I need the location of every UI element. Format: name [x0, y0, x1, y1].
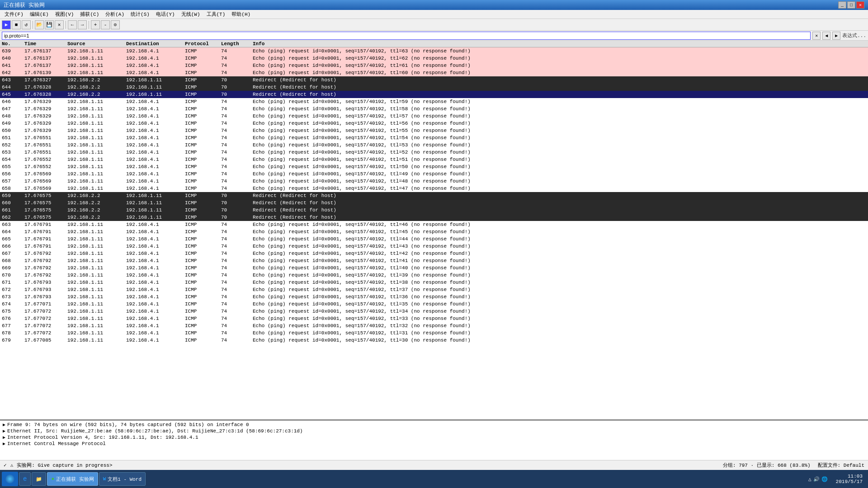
table-row[interactable]: 66317.676791192.168.1.11192.168.4.1ICMP7…: [0, 221, 868, 228]
table-row[interactable]: 65817.676569192.168.1.11192.168.4.1ICMP7…: [0, 185, 868, 192]
table-row[interactable]: 66517.676791192.168.1.11192.168.4.1ICMP7…: [0, 235, 868, 243]
open-button[interactable]: 📂: [35, 20, 44, 29]
status-bar: ✓ ⚠ 实验网: Give capture in progress> 分组: 7…: [0, 460, 868, 470]
table-row[interactable]: 65317.676551192.168.1.11192.168.4.1ICMP7…: [0, 149, 868, 156]
status-icon-warn: ⚠: [10, 462, 14, 468]
table-row[interactable]: 66717.676792192.168.1.11192.168.4.1ICMP7…: [0, 250, 868, 257]
zoom-fit-button[interactable]: ⊙: [111, 20, 120, 29]
menu-item[interactable]: 无线(W): [179, 10, 203, 18]
menu-item[interactable]: 捕获(C): [77, 10, 102, 18]
maximize-button[interactable]: □: [847, 1, 855, 9]
table-row[interactable]: 65217.676551192.168.1.11192.168.4.1ICMP7…: [0, 141, 868, 149]
table-row[interactable]: 66617.676791192.168.1.11192.168.4.1ICMP7…: [0, 243, 868, 250]
table-row[interactable]: 65917.676575192.168.2.2192.168.1.11ICMP7…: [0, 192, 868, 199]
start-button[interactable]: [2, 472, 18, 486]
col-header-source: Source: [67, 41, 126, 47]
expression-label[interactable]: 表达式...: [842, 32, 866, 39]
detail-text: Ethernet II, Src: RuijieNe_27:be:ae (58:…: [7, 428, 303, 434]
menu-item[interactable]: 分析(A): [103, 10, 127, 18]
filter-input[interactable]: [2, 32, 811, 40]
window-controls: _ □ ✕: [838, 1, 864, 9]
menu-item[interactable]: 帮助(H): [229, 10, 253, 18]
word-label: 文档1 - Word: [108, 476, 142, 483]
table-row[interactable]: 67417.677071192.168.1.11192.168.4.1ICMP7…: [0, 300, 868, 308]
folder-icon: 📁: [36, 476, 42, 482]
close-file-button[interactable]: ✕: [55, 20, 64, 29]
zoom-in-button[interactable]: +: [91, 20, 100, 29]
minimize-button[interactable]: _: [838, 1, 846, 9]
table-row[interactable]: 67317.676793192.168.1.11192.168.4.1ICMP7…: [0, 293, 868, 300]
table-row[interactable]: 67517.677072192.168.1.11192.168.4.1ICMP7…: [0, 308, 868, 315]
table-row[interactable]: 64017.676137192.168.1.11192.168.4.1ICMP7…: [0, 55, 868, 62]
table-row[interactable]: 65517.676552192.168.1.11192.168.4.1ICMP7…: [0, 163, 868, 170]
menu-item[interactable]: 电话(Y): [153, 10, 178, 18]
tray-icon-1: △: [808, 476, 811, 482]
table-row[interactable]: 66017.676575192.168.2.2192.168.1.11ICMP7…: [0, 199, 868, 206]
table-row[interactable]: 67617.677072192.168.1.11192.168.4.1ICMP7…: [0, 315, 868, 322]
detail-line[interactable]: ▶Internet Protocol Version 4, Src: 192.1…: [3, 434, 865, 441]
separator-2: [66, 21, 66, 29]
capture-start-button[interactable]: ▶: [2, 20, 11, 29]
table-row[interactable]: 67817.677072192.168.1.11192.168.4.1ICMP7…: [0, 329, 868, 337]
menu-item[interactable]: 文件(F): [2, 10, 26, 18]
detail-text: Frame 9: 74 bytes on wire (592 bits), 74…: [7, 422, 249, 427]
table-row[interactable]: 65617.676569192.168.1.11192.168.4.1ICMP7…: [0, 170, 868, 178]
table-row[interactable]: 66817.676792192.168.1.11192.168.4.1ICMP7…: [0, 257, 868, 264]
col-header-proto: Protocol: [185, 41, 221, 47]
tray-icon-3: 🌐: [821, 476, 828, 482]
capture-restart-button[interactable]: ↺: [22, 20, 31, 29]
table-row[interactable]: 64717.676329192.168.1.11192.168.4.1ICMP7…: [0, 105, 868, 113]
window-title: 正在捕获 实验网: [4, 1, 45, 9]
table-row[interactable]: 64917.676329192.168.1.11192.168.4.1ICMP7…: [0, 120, 868, 127]
wireshark-label: 正在捕获 实验网: [56, 476, 94, 483]
zoom-out-button[interactable]: -: [101, 20, 110, 29]
filter-left-button[interactable]: ◀: [822, 32, 830, 40]
table-row[interactable]: 67717.677072192.168.1.11192.168.4.1ICMP7…: [0, 322, 868, 329]
table-row[interactable]: 67117.676793192.168.1.11192.168.4.1ICMP7…: [0, 279, 868, 286]
menu-item[interactable]: 统计(S): [128, 10, 152, 18]
table-row[interactable]: 64617.676329192.168.1.11192.168.4.1ICMP7…: [0, 98, 868, 105]
table-row[interactable]: 65117.676551192.168.1.11192.168.4.1ICMP7…: [0, 134, 868, 141]
menu-item[interactable]: 编辑(E): [27, 10, 52, 18]
taskbar-ie-button[interactable]: e: [19, 472, 31, 486]
taskbar-wireshark-button[interactable]: ● 正在捕获 实验网: [47, 472, 98, 486]
packet-table-header: No. Time Source Destination Protocol Len…: [0, 41, 868, 47]
table-row[interactable]: 64817.676329192.168.1.11192.168.4.1ICMP7…: [0, 113, 868, 120]
table-row[interactable]: 65717.676569192.168.1.11192.168.4.1ICMP7…: [0, 178, 868, 185]
filter-right-button[interactable]: ▶: [832, 32, 840, 40]
detail-line[interactable]: ▶Frame 9: 74 bytes on wire (592 bits), 7…: [3, 422, 865, 428]
save-button[interactable]: 💾: [45, 20, 54, 29]
taskbar-word-button[interactable]: W 文档1 - Word: [99, 472, 146, 486]
forward-button[interactable]: →: [78, 20, 87, 29]
menu-item[interactable]: 工具(T): [204, 10, 228, 18]
system-tray: △ 🔊 🌐: [805, 476, 831, 482]
table-row[interactable]: 67217.676793192.168.1.11192.168.4.1ICMP7…: [0, 286, 868, 293]
detail-line[interactable]: ▶Internet Control Message Protocol: [3, 441, 865, 447]
table-row[interactable]: 63917.676137192.168.1.11192.168.4.1ICMP7…: [0, 47, 868, 55]
table-row[interactable]: 67917.677085192.168.1.11192.168.4.1ICMP7…: [0, 337, 868, 344]
table-row[interactable]: 64317.676327192.168.2.2192.168.1.11ICMP7…: [0, 76, 868, 84]
menu-item[interactable]: 视图(V): [52, 10, 77, 18]
table-row[interactable]: 66917.676792192.168.1.11192.168.4.1ICMP7…: [0, 264, 868, 272]
detail-line[interactable]: ▶Ethernet II, Src: RuijieNe_27:be:ae (58…: [3, 428, 865, 434]
table-row[interactable]: 64517.676328192.168.2.2192.168.1.11ICMP7…: [0, 91, 868, 98]
capture-stop-button[interactable]: ■: [12, 20, 21, 29]
table-row[interactable]: 66117.676575192.168.2.2192.168.1.11ICMP7…: [0, 206, 868, 214]
table-row[interactable]: 66217.676575192.168.2.2192.168.1.11ICMP7…: [0, 214, 868, 221]
windows-logo-icon: [5, 474, 14, 483]
table-row[interactable]: 66417.676791192.168.1.11192.168.4.1ICMP7…: [0, 228, 868, 235]
table-row[interactable]: 67017.676792192.168.1.11192.168.4.1ICMP7…: [0, 272, 868, 279]
table-row[interactable]: 65017.676329192.168.1.11192.168.4.1ICMP7…: [0, 127, 868, 134]
filter-clear-button[interactable]: ✕: [812, 32, 821, 40]
word-icon: W: [103, 476, 106, 482]
close-button[interactable]: ✕: [856, 1, 864, 9]
expand-arrow-icon: ▶: [3, 422, 5, 427]
table-row[interactable]: 65417.676552192.168.1.11192.168.4.1ICMP7…: [0, 156, 868, 163]
taskbar-explorer-button[interactable]: 📁: [32, 472, 46, 486]
table-row[interactable]: 64417.676328192.168.2.2192.168.1.11ICMP7…: [0, 84, 868, 91]
col-header-no: No.: [2, 41, 24, 47]
table-row[interactable]: 64217.676139192.168.1.11192.168.4.1ICMP7…: [0, 69, 868, 76]
back-button[interactable]: ←: [68, 20, 77, 29]
table-row[interactable]: 64117.676137192.168.1.11192.168.4.1ICMP7…: [0, 62, 868, 69]
tray-icon-2: 🔊: [813, 476, 820, 482]
